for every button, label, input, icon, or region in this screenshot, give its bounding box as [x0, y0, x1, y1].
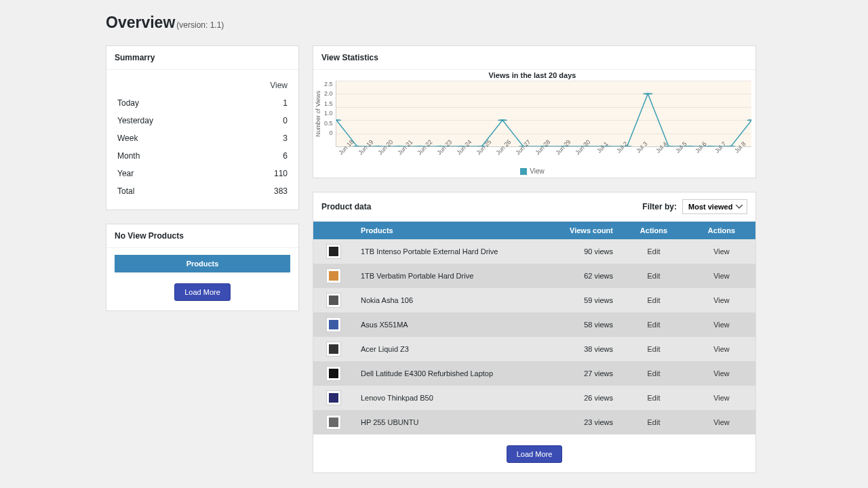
summary-card: Summarry View Today1Yesterday0Week3Month… — [106, 45, 299, 210]
page-title-text: Overview — [106, 14, 175, 31]
product-thumbnail — [326, 342, 341, 357]
view-link[interactable]: View — [713, 296, 730, 304]
table-row: 1TB Intenso Portable External Hard Drive… — [313, 239, 755, 264]
product-views: 23 views — [545, 410, 620, 434]
edit-link[interactable]: Edit — [648, 321, 660, 329]
pd-col-actions2: Actions — [688, 222, 755, 239]
pd-col-products: Products — [354, 222, 545, 239]
product-thumbnail — [326, 317, 341, 332]
view-link[interactable]: View — [713, 345, 730, 353]
no-view-header: No View Products — [106, 224, 298, 248]
view-link[interactable]: View — [713, 369, 730, 378]
stats-card: View Statistics Views in the last 20 day… — [313, 45, 756, 178]
summary-row-label: Week — [115, 129, 228, 147]
view-link[interactable]: View — [713, 272, 730, 280]
summary-header: Summarry — [106, 46, 298, 70]
product-data-load-more-button[interactable]: Load More — [507, 445, 563, 463]
summary-row-label: Month — [115, 147, 228, 165]
table-row: HP 255 UBUNTU 23 views Edit View — [313, 410, 755, 434]
no-view-card: No View Products Products Load More — [106, 224, 299, 311]
product-thumbnail — [326, 293, 341, 308]
chart-xaxis: Jun 18Jun 19Jun 20Jun 21Jun 22Jun 23Jun … — [338, 147, 751, 166]
product-thumbnail — [326, 268, 341, 283]
chart-title: Views in the last 20 days — [313, 71, 751, 79]
edit-link[interactable]: Edit — [648, 369, 660, 378]
edit-link[interactable]: Edit — [648, 272, 660, 280]
summary-row-value: 1 — [228, 94, 290, 112]
table-row: Nokia Asha 106 59 views Edit View — [313, 288, 755, 312]
view-link[interactable]: View — [713, 321, 730, 329]
stats-header: View Statistics — [313, 46, 755, 70]
page-title: Overview(version: 1.1) — [106, 14, 756, 32]
summary-row-label: Total — [115, 182, 228, 200]
product-views: 38 views — [545, 337, 620, 361]
product-views: 62 views — [545, 264, 620, 288]
product-thumbnail — [326, 366, 341, 381]
summary-table: View Today1Yesterday0Week3Month6Year110T… — [115, 77, 290, 200]
legend-label: View — [530, 167, 545, 175]
summary-row-value: 383 — [228, 182, 290, 200]
table-row: Asus X551MA 58 views Edit View — [313, 312, 755, 337]
summary-row-value: 6 — [228, 147, 290, 165]
chart-yaxis: 2.52.01.51.00.50 — [323, 81, 336, 147]
pd-col-actions1: Actions — [620, 222, 688, 239]
summary-row-label: Year — [115, 165, 228, 182]
product-views: 90 views — [545, 239, 620, 264]
view-link[interactable]: View — [713, 394, 730, 402]
product-views: 27 views — [545, 361, 620, 386]
chart-ylabel: Number of Views — [313, 81, 323, 147]
summary-row-value: 110 — [228, 165, 290, 182]
chart-legend: View — [313, 167, 751, 175]
table-row: Acer Liquid Z3 38 views Edit View — [313, 337, 755, 361]
table-row: Dell Latitude E4300 Refurbished Laptop 2… — [313, 361, 755, 386]
summary-row-value: 0 — [228, 112, 290, 129]
edit-link[interactable]: Edit — [648, 247, 660, 256]
product-data-header: Product data — [321, 202, 371, 211]
summary-view-col: View — [228, 77, 290, 94]
product-thumbnail — [326, 415, 341, 430]
pd-col-views: Views count — [545, 222, 620, 239]
product-views: 58 views — [545, 312, 620, 337]
product-views: 26 views — [545, 386, 620, 410]
product-name: 1TB Verbatim Portable Hard Drive — [354, 264, 545, 288]
edit-link[interactable]: Edit — [648, 418, 660, 426]
edit-link[interactable]: Edit — [648, 296, 660, 304]
product-data-card: Product data Filter by: Most viewed — [313, 192, 756, 473]
no-view-col-products: Products — [115, 255, 290, 272]
product-name: Lenovo Thinkpad B50 — [354, 386, 545, 410]
chart-plot — [336, 81, 751, 147]
summary-row-value: 3 — [228, 129, 290, 147]
no-view-table: Products — [115, 255, 290, 272]
product-name: 1TB Intenso Portable External Hard Drive — [354, 239, 545, 264]
product-name: HP 255 UBUNTU — [354, 410, 545, 434]
product-name: Dell Latitude E4300 Refurbished Laptop — [354, 361, 545, 386]
product-thumbnail — [326, 390, 341, 405]
view-link[interactable]: View — [713, 418, 730, 426]
legend-swatch — [520, 168, 527, 175]
edit-link[interactable]: Edit — [648, 394, 660, 402]
table-row: 1TB Verbatim Portable Hard Drive 62 view… — [313, 264, 755, 288]
no-view-load-more-button[interactable]: Load More — [174, 283, 231, 301]
summary-row-label: Today — [115, 94, 228, 112]
edit-link[interactable]: Edit — [648, 345, 660, 353]
product-views: 59 views — [545, 288, 620, 312]
filter-by-select[interactable]: Most viewed — [682, 199, 747, 214]
product-thumbnail — [326, 244, 341, 259]
filter-by-label: Filter by: — [642, 202, 677, 211]
product-name: Nokia Asha 106 — [354, 288, 545, 312]
product-name: Asus X551MA — [354, 312, 545, 337]
table-row: Lenovo Thinkpad B50 26 views Edit View — [313, 386, 755, 410]
pd-col-image — [313, 222, 354, 239]
view-link[interactable]: View — [713, 247, 730, 256]
product-data-table: Products Views count Actions Actions 1TB… — [313, 222, 755, 434]
product-name: Acer Liquid Z3 — [354, 337, 545, 361]
page-version: (version: 1.1) — [176, 20, 224, 30]
summary-row-label: Yesterday — [115, 112, 228, 129]
